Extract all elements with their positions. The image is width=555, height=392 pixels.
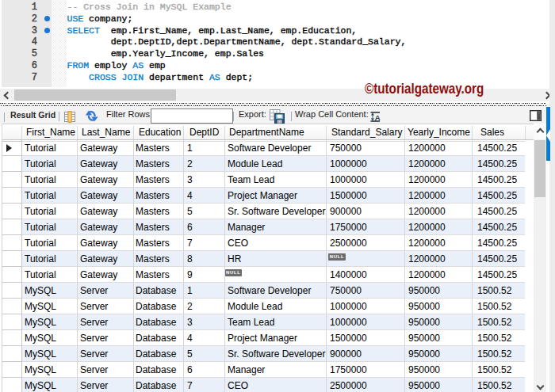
- svg-text:A: A: [375, 113, 381, 122]
